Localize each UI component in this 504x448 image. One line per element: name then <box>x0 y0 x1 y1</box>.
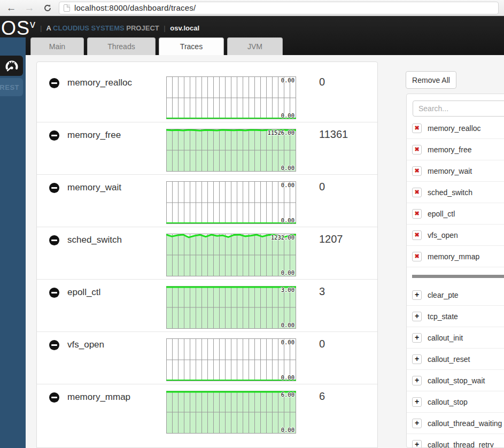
picker-item-available-callout_thread_waiting[interactable]: + callout_thread_waiting <box>407 413 504 434</box>
svg-text:0.00: 0.00 <box>281 217 294 223</box>
remove-trace-icon[interactable] <box>49 340 59 350</box>
trace-picker-panel: ✖ memory_realloc ✖ memory_free ✖ memory_… <box>406 94 504 448</box>
trace-row-memory_wait: memory_wait 0.000.00 0 <box>37 175 377 227</box>
remove-x-icon[interactable]: ✖ <box>412 230 422 240</box>
back-icon[interactable]: ← <box>4 1 18 15</box>
remove-trace-icon[interactable] <box>49 130 59 141</box>
picker-item-available-clear_pte[interactable]: + clear_pte <box>407 284 504 306</box>
svg-text:3.00: 3.00 <box>281 287 294 293</box>
svg-text:0.00: 0.00 <box>281 165 294 171</box>
picker-item-active-memory_mmap[interactable]: ✖ memory_mmap <box>407 246 504 267</box>
svg-text:0.00: 0.00 <box>281 182 294 188</box>
forward-icon[interactable]: → <box>22 1 36 15</box>
trace-sparkline-chart: 1232.000.00 <box>166 234 296 276</box>
cloudius-systems-link[interactable]: CLOUDIUS SYSTEMS <box>53 24 125 32</box>
svg-text:0.00: 0.00 <box>281 339 294 345</box>
picker-item-available-tcp_state[interactable]: + tcp_state <box>407 306 504 327</box>
trace-value: 11361 <box>319 128 348 141</box>
trace-sparkline-chart: 0.000.00 <box>166 76 296 119</box>
trace-name: vfs_open <box>67 339 104 350</box>
osv-logo: OSv <box>1 17 36 40</box>
tab-bar: MainThreadsTracesJVM <box>30 37 286 55</box>
trace-name: epoll_ctl <box>67 287 100 298</box>
picker-item-available-callout_reset[interactable]: + callout_reset <box>407 349 504 370</box>
svg-text:0.00: 0.00 <box>281 77 294 83</box>
picker-item-available-callout_stop_wait[interactable]: + callout_stop_wait <box>407 370 504 391</box>
remove-trace-icon[interactable] <box>49 183 59 193</box>
trace-value: 0 <box>319 76 325 88</box>
add-plus-icon[interactable]: + <box>412 419 422 428</box>
sidebar-item-rest[interactable]: REST <box>0 78 23 96</box>
svg-text:1232.00: 1232.00 <box>271 234 294 241</box>
trace-value: 0 <box>319 338 325 350</box>
browser-toolbar: ← → localhost:8000/dashboard/traces/ <box>0 0 504 16</box>
left-sidebar: REST <box>0 37 26 448</box>
trace-name: memory_free <box>67 130 121 141</box>
trace-name: sched_switch <box>67 235 122 245</box>
dashboard-nav-button[interactable] <box>0 56 23 76</box>
trace-value: 6 <box>319 390 325 403</box>
add-plus-icon[interactable]: + <box>412 333 422 343</box>
remove-all-button[interactable]: Remove All <box>406 71 456 89</box>
tab-main[interactable]: Main <box>30 37 84 55</box>
trace-row-memory_realloc: memory_realloc 0.000.00 0 <box>37 70 377 122</box>
picker-item-active-sched_switch[interactable]: ✖ sched_switch <box>407 182 504 203</box>
trace-row-sched_switch: sched_switch 1232.000.00 1207 <box>37 227 377 280</box>
dashboard-gauge-icon <box>5 59 19 72</box>
url-text[interactable]: localhost:8000/dashboard/traces/ <box>74 3 196 12</box>
trace-sparkline-chart: 3.000.00 <box>166 286 296 329</box>
add-plus-icon[interactable]: + <box>412 312 422 321</box>
remove-trace-icon[interactable] <box>49 288 59 298</box>
picker-item-available-callout_stop[interactable]: + callout_stop <box>407 391 504 413</box>
add-plus-icon[interactable]: + <box>412 290 422 300</box>
tab-threads[interactable]: Threads <box>87 37 156 55</box>
picker-item-active-memory_free[interactable]: ✖ memory_free <box>407 139 504 160</box>
remove-x-icon[interactable]: ✖ <box>412 145 422 155</box>
remove-trace-icon[interactable] <box>49 392 59 403</box>
svg-text:0.00: 0.00 <box>281 269 294 276</box>
remove-x-icon[interactable]: ✖ <box>412 123 422 133</box>
svg-text:0.00: 0.00 <box>281 112 294 119</box>
address-bar[interactable]: localhost:8000/dashboard/traces/ <box>59 2 499 14</box>
trace-sparkline-chart: 11526.000.00 <box>166 129 296 172</box>
search-input[interactable] <box>413 101 504 117</box>
trace-row-epoll_ctl: epoll_ctl 3.000.00 3 <box>37 280 377 332</box>
tab-traces[interactable]: Traces <box>159 37 224 55</box>
trace-sparkline-chart: 0.000.00 <box>166 338 296 381</box>
remove-x-icon[interactable]: ✖ <box>412 166 422 176</box>
remove-x-icon[interactable]: ✖ <box>412 209 422 219</box>
svg-text:6.00: 6.00 <box>281 391 294 398</box>
trace-sparkline-chart: 6.000.00 <box>166 391 296 434</box>
picker-item-available-callout_init[interactable]: + callout_init <box>407 327 504 349</box>
picker-item-active-memory_realloc[interactable]: ✖ memory_realloc <box>407 118 504 139</box>
remove-trace-icon[interactable] <box>49 78 59 88</box>
trace-list: memory_realloc 0.000.00 0 memory_free 11… <box>37 70 377 437</box>
trace-sparkline-chart: 0.000.00 <box>166 181 296 224</box>
picker-item-active-memory_wait[interactable]: ✖ memory_wait <box>407 160 504 182</box>
trace-row-memory_mmap: memory_mmap 6.000.00 6 <box>37 384 377 437</box>
add-plus-icon[interactable]: + <box>412 440 422 448</box>
tab-jvm[interactable]: JVM <box>227 37 283 55</box>
trace-value: 0 <box>319 181 325 193</box>
svg-text:0.00: 0.00 <box>281 322 294 328</box>
page-icon <box>64 4 70 12</box>
picker-item-available-callout_thread_retry[interactable]: + callout_thread_retry <box>407 434 504 448</box>
remove-x-icon[interactable]: ✖ <box>412 252 422 261</box>
trace-value: 1207 <box>319 233 343 245</box>
active-trace-list: ✖ memory_realloc ✖ memory_free ✖ memory_… <box>407 118 504 267</box>
trace-row-vfs_open: vfs_open 0.000.00 0 <box>37 332 377 384</box>
reload-icon[interactable] <box>41 1 55 15</box>
picker-item-active-vfs_open[interactable]: ✖ vfs_open <box>407 225 504 246</box>
picker-item-active-epoll_ctl[interactable]: ✖ epoll_ctl <box>407 203 504 225</box>
remove-trace-icon[interactable] <box>49 235 59 245</box>
remove-x-icon[interactable]: ✖ <box>412 188 422 197</box>
add-plus-icon[interactable]: + <box>412 397 422 407</box>
reload-icon <box>43 4 52 12</box>
hostname: osv.local <box>170 24 199 32</box>
add-plus-icon[interactable]: + <box>412 354 422 364</box>
traces-card: memory_realloc 0.000.00 0 memory_free 11… <box>36 61 378 448</box>
trace-row-memory_free: memory_free 11526.000.00 11361 <box>37 122 377 175</box>
app-header: OSv | A CLOUDIUS SYSTEMS PROJECT | osv.l… <box>0 16 504 55</box>
add-plus-icon[interactable]: + <box>412 376 422 385</box>
svg-text:0.00: 0.00 <box>281 427 294 433</box>
